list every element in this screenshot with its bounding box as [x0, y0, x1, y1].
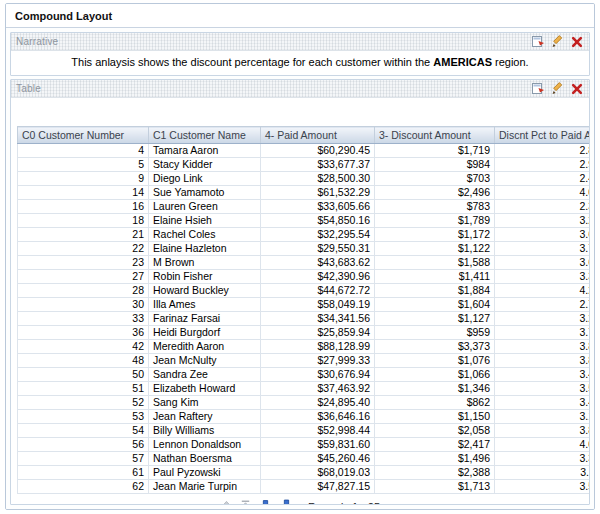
customer-name-link[interactable]: Robin Fisher — [149, 270, 261, 284]
table-cell: 54 — [18, 424, 149, 438]
narrative-view: Narrative — [10, 32, 590, 76]
table-cell: 2.330% — [495, 200, 590, 214]
table-cell: 23 — [18, 256, 149, 270]
table-cell: 3.305% — [495, 452, 590, 466]
customer-name-link[interactable]: Heidi Burgdorf — [149, 326, 261, 340]
table-cell: 61 — [18, 466, 149, 480]
customer-name-link[interactable]: Billy Williams — [149, 424, 261, 438]
customer-name-link[interactable]: Nathan Boersma — [149, 452, 261, 466]
customer-name-link[interactable]: Farinaz Farsai — [149, 312, 261, 326]
table-cell: $68,019.03 — [261, 466, 375, 480]
up-arrow-icon[interactable] — [220, 500, 233, 504]
table-cell: $1,172 — [375, 228, 495, 242]
edit-view-icon[interactable] — [550, 34, 565, 49]
table-cell: $1,411 — [375, 270, 495, 284]
table-cell: $61,532.29 — [261, 186, 375, 200]
column-header-discount-amount[interactable]: 3- Discount Amount — [375, 127, 495, 144]
narrative-region-bold: AMERICAS — [433, 56, 492, 68]
table-cell: 36 — [18, 326, 149, 340]
table-row: 48Jean McNulty$27,999.33$1,0763.842% — [18, 354, 590, 368]
table-cell: 4.216% — [495, 284, 590, 298]
customer-name-link[interactable]: M Brown — [149, 256, 261, 270]
remove-view-icon[interactable] — [569, 81, 584, 96]
up-arrow-bar-icon[interactable] — [239, 500, 252, 504]
table-view-label: Table — [11, 83, 531, 94]
column-header-paid-amount[interactable]: 4- Paid Amount — [261, 127, 375, 144]
table-cell: $2,388 — [375, 466, 495, 480]
table-cell: $1,719 — [375, 144, 495, 158]
customer-name-link[interactable]: Lennon Donaldson — [149, 438, 261, 452]
table-row: 22Elaine Hazleton$29,550.31$1,1223.798% — [18, 242, 590, 256]
table-cell: $959 — [375, 326, 495, 340]
table-row: 9Diego Link$28,500.30$7032.466% — [18, 172, 590, 186]
table-row: 21Rachel Coles$32,295.54$1,1723.630% — [18, 228, 590, 242]
format-view-icon[interactable] — [531, 81, 546, 96]
table-row: 57Nathan Boersma$45,260.46$1,4963.305% — [18, 452, 590, 466]
header-row: C0 Customer Number C1 Customer Name 4- P… — [18, 127, 590, 144]
table-cell: $32,295.54 — [261, 228, 375, 242]
table-cell: 56 — [18, 438, 149, 452]
table-view-actions — [531, 81, 589, 96]
table-cell: 2.763% — [495, 298, 590, 312]
table-cell: $1,150 — [375, 410, 495, 424]
table-cell: $37,463.92 — [261, 382, 375, 396]
table-cell: $1,496 — [375, 452, 495, 466]
results-table: C0 Customer Number C1 Customer Name 4- P… — [17, 126, 589, 494]
column-header-customer-name[interactable]: C1 Customer Name — [149, 127, 261, 144]
table-row: 51Elizabeth Howard$37,463.92$1,3463.592% — [18, 382, 590, 396]
customer-name-link[interactable]: Elizabeth Howard — [149, 382, 261, 396]
table-cell: 3.329% — [495, 270, 590, 284]
edit-view-icon[interactable] — [550, 81, 565, 96]
table-cell: 3.630% — [495, 228, 590, 242]
table-cell: 3.581% — [495, 480, 590, 494]
customer-name-link[interactable]: Paul Pyzowski — [149, 466, 261, 480]
table-cell: $58,049.19 — [261, 298, 375, 312]
table-row: 36Heidi Burgdorf$25,859.94$9593.708% — [18, 326, 590, 340]
customer-name-link[interactable]: Illa Ames — [149, 298, 261, 312]
narrative-view-header: Narrative — [11, 33, 589, 51]
table-container: C0 Customer Number C1 Customer Name 4- P… — [11, 98, 589, 504]
remove-view-icon[interactable] — [569, 34, 584, 49]
table-cell: 33 — [18, 312, 149, 326]
table-cell: 3.592% — [495, 382, 590, 396]
customer-name-link[interactable]: Rachel Coles — [149, 228, 261, 242]
customer-name-link[interactable]: Meredith Aaron — [149, 340, 261, 354]
column-header-customer-number[interactable]: C0 Customer Number — [18, 127, 149, 144]
narrative-text-prefix: This anlaysis shows the discount percent… — [71, 56, 433, 68]
table-cell: $36,646.16 — [261, 410, 375, 424]
customer-name-link[interactable]: Sue Yamamoto — [149, 186, 261, 200]
column-header-discount-pct[interactable]: Discnt Pct to Paid Amt — [495, 127, 590, 144]
customer-name-link[interactable]: Lauren Green — [149, 200, 261, 214]
format-view-icon[interactable] — [531, 34, 546, 49]
customer-name-link[interactable]: Jean Raftery — [149, 410, 261, 424]
customer-name-link[interactable]: Diego Link — [149, 172, 261, 186]
table-cell: $52,998.44 — [261, 424, 375, 438]
table-cell: 62 — [18, 480, 149, 494]
customer-name-link[interactable]: Elaine Hsieh — [149, 214, 261, 228]
table-row: 53Jean Raftery$36,646.16$1,1503.139% — [18, 410, 590, 424]
table-cell: $783 — [375, 200, 495, 214]
customer-name-link[interactable]: Elaine Hazleton — [149, 242, 261, 256]
customer-name-link[interactable]: Jean McNulty — [149, 354, 261, 368]
table-cell: 27 — [18, 270, 149, 284]
table-cell: $3,373 — [375, 340, 495, 354]
customer-name-link[interactable]: Jean Marie Turpin — [149, 480, 261, 494]
customer-name-link[interactable]: Sang Kim — [149, 396, 261, 410]
table-cell: 42 — [18, 340, 149, 354]
table-cell: $45,260.46 — [261, 452, 375, 466]
customer-name-link[interactable]: Stacy Kidder — [149, 158, 261, 172]
table-cell: 2.466% — [495, 172, 590, 186]
table-cell: 3.636% — [495, 256, 590, 270]
table-cell: $29,550.31 — [261, 242, 375, 256]
narrative-view-actions — [531, 34, 589, 49]
table-cell: $59,831.60 — [261, 438, 375, 452]
table-cell: 51 — [18, 382, 149, 396]
customer-name-link[interactable]: Tamara Aaron — [149, 144, 261, 158]
table-row: 5Stacy Kidder$33,677.37$9842.921% — [18, 158, 590, 172]
table-cell: $24,895.40 — [261, 396, 375, 410]
customer-name-link[interactable]: Sandra Zee — [149, 368, 261, 382]
table-cell: 3.261% — [495, 214, 590, 228]
down-arrow-bar-icon[interactable] — [279, 499, 294, 504]
customer-name-link[interactable]: Howard Buckley — [149, 284, 261, 298]
down-arrow-icon[interactable] — [258, 499, 273, 504]
